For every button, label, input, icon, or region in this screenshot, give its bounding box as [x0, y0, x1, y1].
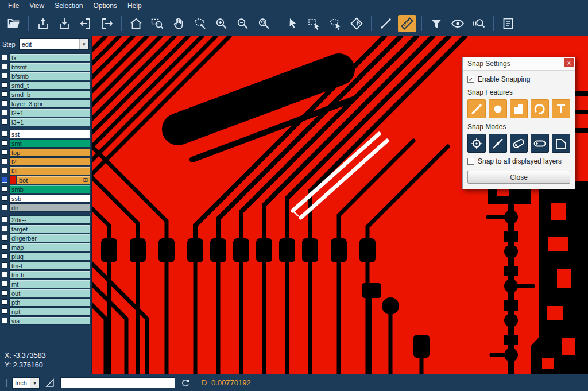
- measure-diamond-button[interactable]: [347, 15, 366, 32]
- layer-name[interactable]: plug: [9, 252, 90, 261]
- filter-button[interactable]: [427, 15, 446, 32]
- chevron-down-icon[interactable]: ▾: [79, 39, 88, 49]
- layer-visibility-checkbox[interactable]: [2, 55, 7, 60]
- snap-dialog-titlebar[interactable]: Snap Settings x: [463, 57, 575, 71]
- menu-help[interactable]: Help: [123, 1, 146, 11]
- layer-visibility-checkbox[interactable]: [2, 131, 7, 137]
- ruler-button[interactable]: [398, 15, 416, 32]
- zoom-polygon-button[interactable]: [191, 15, 209, 32]
- layer-name[interactable]: map: [9, 243, 90, 251]
- layer-name[interactable]: bfsmt: [9, 63, 90, 71]
- layer-visibility-checkbox[interactable]: [2, 110, 7, 115]
- refresh-icon[interactable]: [180, 378, 191, 388]
- layer-visibility-checkbox[interactable]: [2, 244, 7, 250]
- layer-visibility-checkbox[interactable]: [2, 299, 7, 305]
- layer-visibility-checkbox[interactable]: [2, 177, 7, 183]
- layer-name[interactable]: sst: [9, 130, 90, 138]
- export-up-button[interactable]: [34, 15, 52, 32]
- step-select[interactable]: edit ▾: [19, 38, 89, 50]
- open-folder-button[interactable]: [5, 15, 23, 32]
- menu-view[interactable]: View: [25, 1, 49, 11]
- layer-name[interactable]: dirgerber: [9, 234, 90, 242]
- layer-name[interactable]: bot⊞: [17, 176, 90, 184]
- layer-name[interactable]: fx: [9, 53, 90, 62]
- zoom-out-button[interactable]: [233, 15, 252, 32]
- layer-visibility-checkbox[interactable]: [2, 290, 7, 296]
- layer-name[interactable]: bfsmb: [9, 72, 90, 80]
- layer-visibility-checkbox[interactable]: [2, 64, 7, 69]
- report-button[interactable]: [499, 15, 517, 32]
- layer-name[interactable]: tm-t: [9, 261, 90, 270]
- zoom-in-button[interactable]: [212, 15, 230, 32]
- triangle-tool-icon[interactable]: [45, 378, 55, 388]
- snap-text-button[interactable]: [552, 99, 570, 118]
- find-text-button[interactable]: [470, 15, 488, 32]
- layer-visibility-checkbox[interactable]: [2, 158, 7, 164]
- layer-name[interactable]: ssb: [9, 194, 90, 203]
- layer-name[interactable]: dir: [9, 203, 90, 212]
- layer-visibility-checkbox[interactable]: [2, 235, 7, 241]
- layer-visibility-checkbox[interactable]: [2, 195, 7, 201]
- layer-name[interactable]: layer_3.gbr: [9, 99, 90, 108]
- unit-select[interactable]: Inch ▾: [12, 377, 40, 389]
- line-tool-button[interactable]: [377, 15, 395, 32]
- menu-options[interactable]: Options: [89, 1, 122, 11]
- layer-visibility-checkbox[interactable]: [2, 281, 7, 287]
- layer-visibility-checkbox[interactable]: [2, 272, 7, 277]
- layer-visibility-checkbox[interactable]: [2, 186, 7, 192]
- layer-visibility-checkbox[interactable]: [2, 226, 7, 231]
- layer-visibility-checkbox[interactable]: [2, 82, 7, 88]
- layer-name[interactable]: smd_b: [9, 90, 90, 99]
- layer-name[interactable]: smt: [9, 139, 90, 148]
- layer-visibility-checkbox[interactable]: [2, 119, 7, 125]
- layer-name[interactable]: via: [9, 316, 90, 325]
- layer-visibility-checkbox[interactable]: [2, 262, 7, 268]
- layer-name[interactable]: smb: [9, 185, 90, 193]
- layer-name[interactable]: l2: [9, 157, 90, 166]
- select-cursor-button[interactable]: [284, 15, 302, 32]
- layer-name[interactable]: l2+1: [9, 109, 90, 117]
- menu-selection[interactable]: Selection: [50, 1, 87, 11]
- layer-name[interactable]: 2dir--: [9, 215, 90, 224]
- zoom-window-button[interactable]: [148, 15, 167, 32]
- snap-nearest-button[interactable]: [489, 134, 507, 153]
- snap-all-layers-row[interactable]: Snap to all displayed layers: [467, 157, 570, 165]
- layer-visibility-checkbox[interactable]: [2, 318, 7, 323]
- snap-pad-button[interactable]: [489, 99, 507, 118]
- snap-slot-button[interactable]: [531, 134, 549, 153]
- close-icon[interactable]: x: [564, 58, 574, 67]
- layer-name[interactable]: smd_t: [9, 81, 90, 90]
- pan-hand-button[interactable]: [169, 15, 188, 32]
- command-input[interactable]: [60, 377, 175, 388]
- layer-name[interactable]: out: [9, 289, 90, 297]
- layer-visibility-checkbox[interactable]: [2, 149, 7, 155]
- snap-arc-button[interactable]: [531, 99, 549, 118]
- zoom-reset-button[interactable]: [254, 15, 273, 32]
- layer-visibility-checkbox[interactable]: [2, 253, 7, 259]
- layer-visibility-checkbox[interactable]: [2, 140, 7, 146]
- layer-name[interactable]: l3: [9, 167, 90, 175]
- layer-visibility-checkbox[interactable]: [2, 168, 7, 173]
- layer-name[interactable]: top: [9, 148, 90, 157]
- menu-file[interactable]: File: [3, 1, 24, 11]
- snap-center-button[interactable]: [467, 134, 486, 153]
- layer-name[interactable]: tm-b: [9, 270, 90, 279]
- layer-name[interactable]: pth: [9, 298, 90, 307]
- snap-all-layers-checkbox[interactable]: [467, 158, 474, 165]
- snap-line-button[interactable]: [467, 99, 486, 118]
- close-button[interactable]: Close: [467, 171, 570, 184]
- layer-visibility-checkbox[interactable]: [2, 308, 7, 314]
- layer-visibility-checkbox[interactable]: [2, 100, 7, 106]
- layer-visibility-checkbox[interactable]: [2, 204, 7, 210]
- layer-name[interactable]: target: [9, 224, 90, 233]
- layer-color-swatch[interactable]: [9, 176, 16, 184]
- snap-slot-diag-button[interactable]: [510, 134, 528, 153]
- step-right-button[interactable]: [98, 15, 116, 32]
- eye-button[interactable]: [448, 15, 467, 32]
- enable-snapping-row[interactable]: ✓ Enable Snapping: [467, 75, 570, 83]
- snap-contour-button[interactable]: [552, 134, 570, 153]
- layer-name[interactable]: l3+1: [9, 118, 90, 126]
- home-button[interactable]: [127, 15, 145, 32]
- select-rect-button[interactable]: [305, 15, 323, 32]
- chevron-down-icon[interactable]: ▾: [30, 378, 39, 388]
